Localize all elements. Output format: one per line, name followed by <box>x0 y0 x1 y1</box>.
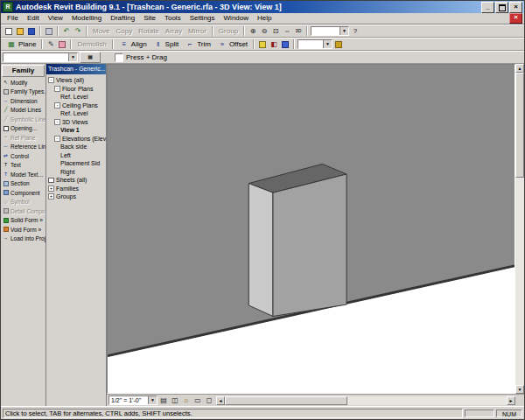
eraser-icon[interactable] <box>57 39 67 49</box>
design-bar-modify-button[interactable]: ↖Modify <box>1 78 46 88</box>
vertical-scroll-thumb[interactable] <box>515 73 524 178</box>
design-bar-symbolic-lines-button[interactable]: ╱Symbolic Lines <box>1 115 46 124</box>
tree-item-floor-plans[interactable]: -Floor Plans <box>46 85 106 94</box>
design-bar-family-types-button[interactable]: Family Types… <box>1 88 46 97</box>
design-bar-solid-form-button[interactable]: Solid Form » <box>1 216 46 226</box>
3d-view-icon[interactable]: 3D <box>293 26 304 36</box>
tree-item-groups[interactable]: +Groups <box>46 192 106 201</box>
split-icon[interactable]: ‖ <box>153 39 164 49</box>
rotate-button[interactable]: Rotate <box>136 26 162 36</box>
design-bar-ref-plane-button[interactable]: ┄Ref Plane <box>1 133 46 143</box>
tape-measure-icon[interactable] <box>257 39 268 49</box>
demolish-button[interactable]: Demolish <box>74 39 108 49</box>
menu-file[interactable]: File <box>3 13 23 24</box>
void-form-icon[interactable] <box>3 227 9 233</box>
collapse-icon[interactable]: - <box>54 119 60 125</box>
collapse-icon[interactable]: - <box>54 86 60 92</box>
design-bar-control-button[interactable]: ⇄Control <box>1 151 46 161</box>
design-bar-opening-button[interactable]: Opening… <box>1 124 46 134</box>
menu-view[interactable]: View <box>44 13 67 24</box>
tree-item-placement-sid[interactable]: Placement Sid <box>46 159 106 168</box>
help-icon[interactable]: ? <box>350 26 360 36</box>
model-graphics-icon[interactable]: ◫ <box>170 396 180 405</box>
menu-tools[interactable]: Tools <box>160 13 186 24</box>
scroll-up-icon[interactable]: ▲ <box>515 64 524 73</box>
chevron-down-icon[interactable]: ▼ <box>340 27 348 35</box>
symbolic-lines-icon[interactable]: ╱ <box>3 116 9 122</box>
trashcan-front-face[interactable] <box>273 174 346 317</box>
vertical-scrollbar[interactable]: ▲ ▼ <box>515 64 524 394</box>
undo-icon[interactable]: ↶ <box>61 26 72 36</box>
symbol-icon[interactable]: ◇ <box>3 199 9 205</box>
design-bar-void-form-button[interactable]: Void Form » <box>1 225 46 234</box>
tree-item-view-1[interactable]: View 1 <box>46 126 106 135</box>
component-icon[interactable] <box>3 190 9 196</box>
tree-item-elevations-elevatio[interactable]: -Elevations (Elevatio <box>46 135 106 144</box>
plane-button[interactable]: ▦Plane <box>4 39 38 49</box>
crop-visibility-icon[interactable]: ◻ <box>204 396 214 405</box>
move-button[interactable]: Move <box>90 26 113 36</box>
design-bar-detail-compo-button[interactable]: Detail Compo… <box>1 206 46 216</box>
horizontal-scroll-track[interactable] <box>225 396 507 405</box>
tree-item-3d-views[interactable]: -3D Views <box>46 118 106 127</box>
trashcan-left-face[interactable] <box>248 184 273 317</box>
maximize-button[interactable] <box>495 2 508 13</box>
trim-button[interactable]: ⌐Trim <box>182 39 214 49</box>
tree-item-sheets-all[interactable]: Sheets (all) <box>46 176 106 185</box>
vertical-scroll-track[interactable] <box>515 73 524 385</box>
solid-form-icon[interactable] <box>3 217 9 223</box>
line-style-combo[interactable]: ▼ <box>298 39 332 49</box>
properties-button[interactable]: ▦ <box>80 52 101 63</box>
pencil-icon[interactable]: ✎ <box>46 39 56 49</box>
print-icon[interactable] <box>44 26 54 36</box>
design-bar-dimension-button[interactable]: ↔Dimension <box>1 96 46 106</box>
tree-item-families[interactable]: +Families <box>46 185 106 193</box>
tree-item-ref-level[interactable]: Ref. Level <box>46 109 106 118</box>
detail-component-icon[interactable] <box>3 208 9 214</box>
title-bar[interactable]: R Autodesk Revit Building 9.1 - [Trashca… <box>1 1 524 13</box>
trim-icon[interactable]: ⌐ <box>185 39 195 49</box>
scroll-left-icon[interactable]: ◄ <box>216 396 225 405</box>
load-into-project-icon[interactable]: → <box>3 235 9 242</box>
scroll-down-icon[interactable]: ▼ <box>515 385 524 394</box>
menu-modelling[interactable]: Modelling <box>67 13 106 24</box>
chevron-down-icon[interactable]: ▼ <box>68 53 77 61</box>
menu-drafting[interactable]: Drafting <box>106 13 139 24</box>
tree-item-views-all[interactable]: -Views (all) <box>46 76 106 85</box>
mirror-button[interactable]: Mirror <box>186 26 209 36</box>
open-icon[interactable] <box>15 26 25 36</box>
crop-region-icon[interactable]: ▭ <box>192 396 203 405</box>
tree-item-back-side[interactable]: Back side <box>46 143 106 151</box>
copy-button[interactable]: Copy <box>114 26 136 36</box>
horizontal-scroll-thumb[interactable] <box>225 396 347 405</box>
minimize-button[interactable]: _ <box>481 2 494 13</box>
align-icon[interactable]: ≡ <box>119 39 130 49</box>
redo-icon[interactable]: ↷ <box>73 26 83 36</box>
split-button[interactable]: ‖Split <box>150 39 182 49</box>
horizontal-scrollbar[interactable]: ◄ ► <box>216 396 515 405</box>
design-bar-load-into-proje-button[interactable]: →Load into Proje… <box>1 234 46 244</box>
scale-combo[interactable]: 1/2" = 1'-0"▼ <box>108 396 158 405</box>
design-bar-model-text-button[interactable]: TModel Text… <box>1 170 46 179</box>
new-icon[interactable] <box>4 26 14 36</box>
drawing-area[interactable] <box>107 64 515 394</box>
press-drag-checkbox[interactable] <box>115 53 123 62</box>
align-button[interactable]: ≡Align <box>116 39 150 49</box>
menu-site[interactable]: Site <box>139 13 160 24</box>
paintbrush-icon[interactable]: ◧ <box>269 39 279 49</box>
expand-icon[interactable]: + <box>48 186 54 192</box>
plane-grid-icon[interactable]: ▦ <box>6 39 17 49</box>
model-lines-icon[interactable]: ╱ <box>3 107 9 113</box>
save-icon[interactable] <box>26 26 37 36</box>
text-icon[interactable]: T <box>3 162 9 168</box>
model-text-icon[interactable]: T <box>3 172 9 178</box>
tree-item-right[interactable]: Right <box>46 168 106 177</box>
scroll-right-icon[interactable]: ► <box>507 396 515 405</box>
zoom-fit-icon[interactable]: ⊡ <box>270 26 281 36</box>
expand-icon[interactable]: + <box>48 193 54 200</box>
design-bar-model-lines-button[interactable]: ╱Model Lines <box>1 106 46 116</box>
modify-arrow-icon[interactable]: ↖ <box>3 80 9 86</box>
tree-item-ref-level[interactable]: Ref. Level <box>46 93 106 102</box>
lock-icon[interactable] <box>333 39 344 49</box>
collapse-icon[interactable]: - <box>48 77 54 83</box>
